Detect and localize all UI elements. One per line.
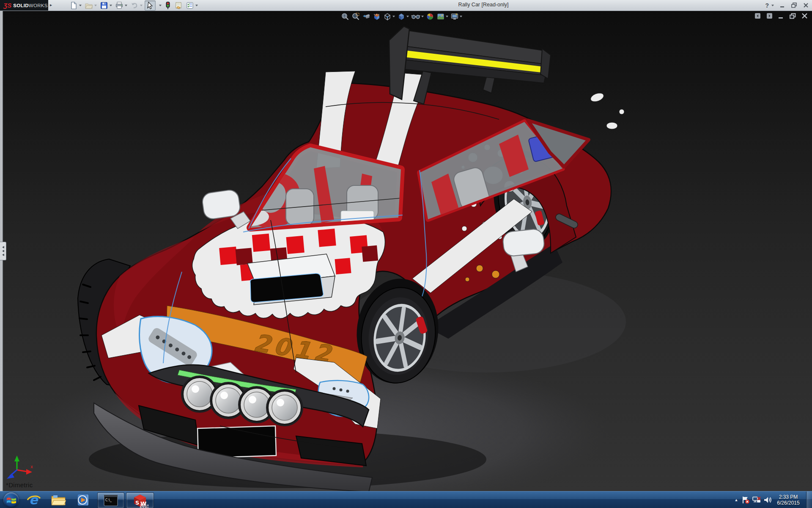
windows-flag-icon [6,496,16,505]
print-dropdown[interactable] [125,5,127,6]
undo-icon [130,1,139,10]
app-window-controls: ? [765,0,809,11]
solidworks-screen: ƷS SOLID WORKS ▸ [0,0,812,508]
select-button[interactable] [145,0,156,11]
menu-expand-arrow-icon[interactable]: ▸ [50,3,52,7]
network-status-button[interactable] [751,496,762,504]
new-document-button[interactable] [69,1,82,10]
svg-text:C:\_: C:\_ [105,498,112,502]
command-prompt-icon: C:\_ [104,494,118,507]
minimize-button[interactable] [780,3,785,8]
taskbar-clock[interactable]: 2:33 PM 6/26/2015 [773,494,804,506]
show-desktop-button[interactable] [806,491,812,508]
internet-explorer-icon: e [27,493,41,507]
file-properties-icon [174,1,183,10]
new-document-dropdown[interactable] [79,5,82,6]
title-bar: ƷS SOLID WORKS ▸ [0,0,812,11]
open-document-button[interactable] [84,1,98,10]
clock-date: 6/26/2015 [773,500,804,506]
main-toolbar [69,0,200,10]
solidworks-logo-text-bold: SOLID [13,3,29,8]
select-cursor-icon [146,1,154,10]
undo-dropdown[interactable] [140,5,143,6]
solidworks-2015-icon: S W 2015 [132,493,148,508]
graphics-viewport[interactable]: 2012 [0,11,812,491]
stoplight-icon [165,1,171,10]
network-error-icon [752,496,761,504]
select-dropdown[interactable] [157,4,162,7]
save-dropdown[interactable] [110,5,112,6]
restore-button[interactable] [791,3,797,8]
view-orientation-label: *Dimetric [6,481,33,489]
file-properties-button[interactable] [173,1,184,10]
rebuild-button[interactable] [164,1,172,10]
windows-explorer-button[interactable] [49,493,68,507]
tray-expand-button[interactable]: ▲ [732,498,740,502]
close-button[interactable] [803,3,809,8]
help-button[interactable]: ? [765,3,769,8]
svg-text:S: S [135,500,139,506]
folder-icon [51,494,66,506]
help-dropdown[interactable] [771,5,774,6]
solidworks-logo-text-light: WORKS [29,3,48,8]
print-icon [115,1,123,10]
print-button[interactable] [114,1,128,10]
action-center-button[interactable] [740,496,751,504]
command-prompt-button[interactable]: C:\_ [97,492,124,508]
windows-taskbar: e C:\_ [0,491,812,508]
options-dropdown[interactable] [195,5,198,6]
open-document-icon [85,1,93,10]
options-button[interactable] [185,1,199,10]
options-icon [186,1,194,10]
svg-text:e: e [29,493,38,507]
media-player-button[interactable] [74,493,92,507]
internet-explorer-button[interactable]: e [25,493,43,507]
orientation-triad: x [7,456,33,479]
document-title: Rally Car [Read-only] [458,2,509,8]
volume-button[interactable] [762,496,773,504]
open-document-dropdown[interactable] [94,5,97,6]
solidworks-logo-mark: ƷS [3,2,11,9]
solidworks-logo: ƷS SOLID WORKS [0,0,48,11]
solidworks-2015-button[interactable]: S W 2015 [126,492,154,508]
volume-icon [763,496,772,504]
media-player-icon [76,494,90,506]
undo-button[interactable] [129,1,143,10]
rally-car-model[interactable]: 2012 [0,11,812,491]
start-button[interactable] [3,492,19,508]
svg-text:2015: 2015 [140,504,148,508]
system-tray: ▲ [732,491,812,508]
svg-text:x: x [30,464,33,469]
save-button[interactable] [99,1,113,10]
clock-time: 2:33 PM [773,494,804,500]
save-icon [100,1,108,10]
action-center-flag-icon [741,496,750,504]
new-document-icon [69,1,78,10]
